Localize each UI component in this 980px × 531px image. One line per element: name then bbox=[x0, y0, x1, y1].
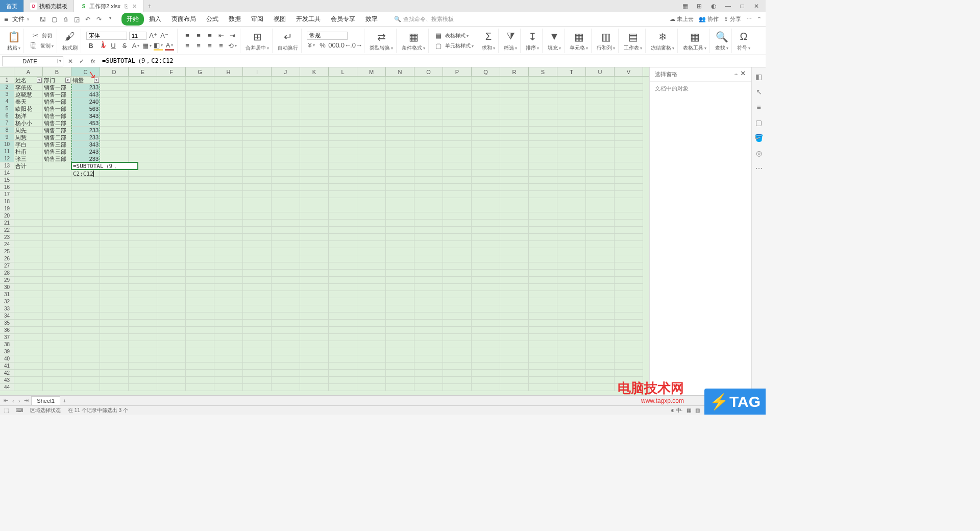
cell[interactable] bbox=[472, 377, 500, 384]
cell[interactable] bbox=[500, 77, 529, 84]
status-input-icon[interactable]: ⌨ bbox=[16, 407, 23, 413]
cell[interactable] bbox=[300, 355, 329, 363]
cell[interactable] bbox=[214, 77, 243, 84]
file-menu[interactable]: 文件∨ bbox=[9, 14, 33, 25]
cell[interactable] bbox=[43, 227, 71, 234]
cell[interactable] bbox=[214, 191, 243, 198]
cell[interactable] bbox=[500, 98, 529, 105]
cell[interactable] bbox=[157, 227, 186, 234]
cell[interactable] bbox=[357, 184, 386, 191]
formula-input[interactable] bbox=[100, 56, 766, 66]
row-header[interactable]: 23 bbox=[0, 234, 14, 241]
minimize-button[interactable]: — bbox=[723, 2, 733, 10]
cell[interactable] bbox=[129, 312, 157, 320]
cell[interactable] bbox=[557, 119, 586, 127]
cell[interactable] bbox=[357, 334, 386, 341]
cell[interactable] bbox=[443, 334, 472, 341]
cell[interactable] bbox=[472, 177, 500, 184]
cell[interactable] bbox=[272, 191, 300, 198]
cell[interactable] bbox=[14, 334, 43, 341]
cell[interactable] bbox=[443, 227, 472, 234]
cell[interactable] bbox=[329, 119, 357, 127]
cell[interactable] bbox=[529, 84, 557, 91]
cell[interactable] bbox=[272, 220, 300, 227]
cell[interactable] bbox=[357, 363, 386, 370]
cell[interactable] bbox=[529, 191, 557, 198]
cell[interactable] bbox=[386, 170, 414, 177]
cell[interactable]: 杜甫 bbox=[14, 148, 43, 155]
cell[interactable] bbox=[14, 170, 43, 177]
indent-inc-icon[interactable]: ⇥ bbox=[228, 31, 237, 40]
cell[interactable] bbox=[500, 205, 529, 212]
cell[interactable] bbox=[529, 234, 557, 241]
cell[interactable] bbox=[157, 84, 186, 91]
cell[interactable] bbox=[71, 220, 100, 227]
row-header[interactable]: 26 bbox=[0, 255, 14, 262]
cell[interactable] bbox=[329, 363, 357, 370]
view-normal-icon[interactable]: ▦ bbox=[687, 407, 691, 413]
cell[interactable] bbox=[443, 84, 472, 91]
cell[interactable] bbox=[300, 170, 329, 177]
cell[interactable] bbox=[586, 148, 615, 155]
freeze-icon[interactable]: ❄ bbox=[656, 30, 669, 43]
cell[interactable] bbox=[529, 355, 557, 363]
cell[interactable] bbox=[43, 270, 71, 277]
cell[interactable] bbox=[557, 384, 586, 391]
row-header[interactable]: 13 bbox=[0, 162, 14, 170]
cell[interactable] bbox=[100, 270, 129, 277]
cell[interactable] bbox=[129, 241, 157, 248]
cell[interactable] bbox=[100, 320, 129, 327]
cell[interactable] bbox=[529, 327, 557, 334]
cell[interactable] bbox=[472, 241, 500, 248]
cell[interactable] bbox=[14, 220, 43, 227]
cell[interactable] bbox=[500, 127, 529, 134]
cell[interactable] bbox=[43, 212, 71, 220]
cell[interactable] bbox=[586, 220, 615, 227]
cell[interactable]: 杨洋 bbox=[14, 112, 43, 119]
cell[interactable] bbox=[14, 348, 43, 355]
row-header[interactable]: 31 bbox=[0, 291, 14, 298]
menu-tab-formula[interactable]: 公式 bbox=[201, 13, 224, 26]
cell[interactable] bbox=[386, 91, 414, 98]
cell[interactable] bbox=[472, 155, 500, 162]
cell[interactable] bbox=[557, 305, 586, 312]
cell[interactable] bbox=[357, 234, 386, 241]
cell[interactable] bbox=[157, 220, 186, 227]
cell[interactable] bbox=[243, 112, 272, 119]
comma-icon[interactable]: 000 bbox=[329, 41, 338, 50]
redo-icon[interactable]: ↷ bbox=[95, 16, 103, 23]
cell[interactable]: 李依依 bbox=[14, 84, 43, 91]
cell[interactable] bbox=[186, 162, 214, 170]
col-header[interactable]: L bbox=[329, 67, 357, 76]
cell[interactable] bbox=[443, 348, 472, 355]
cell[interactable] bbox=[557, 377, 586, 384]
border-icon[interactable]: ▦ bbox=[142, 41, 152, 51]
cell[interactable] bbox=[157, 105, 186, 112]
cell[interactable] bbox=[43, 277, 71, 284]
cell[interactable] bbox=[586, 355, 615, 363]
cell[interactable] bbox=[414, 384, 443, 391]
cell[interactable] bbox=[414, 370, 443, 377]
cell[interactable] bbox=[300, 155, 329, 162]
cell[interactable] bbox=[100, 148, 129, 155]
cut-label[interactable]: 剪切 bbox=[42, 32, 52, 39]
cell[interactable] bbox=[357, 98, 386, 105]
cell[interactable] bbox=[243, 298, 272, 305]
cell[interactable]: 343 bbox=[71, 141, 100, 148]
tab-home[interactable]: 首页 bbox=[0, 0, 24, 12]
cell[interactable] bbox=[386, 363, 414, 370]
cell[interactable] bbox=[414, 205, 443, 212]
cell[interactable] bbox=[557, 334, 586, 341]
row-header[interactable]: 30 bbox=[0, 284, 14, 291]
cell[interactable] bbox=[43, 334, 71, 341]
cell[interactable] bbox=[443, 312, 472, 320]
cell[interactable] bbox=[14, 262, 43, 270]
row-header[interactable]: 28 bbox=[0, 270, 14, 277]
cell[interactable] bbox=[586, 205, 615, 212]
cell[interactable] bbox=[14, 241, 43, 248]
cell[interactable] bbox=[272, 205, 300, 212]
cell[interactable] bbox=[357, 348, 386, 355]
cell[interactable] bbox=[557, 355, 586, 363]
cell[interactable] bbox=[300, 341, 329, 348]
cell[interactable] bbox=[472, 141, 500, 148]
